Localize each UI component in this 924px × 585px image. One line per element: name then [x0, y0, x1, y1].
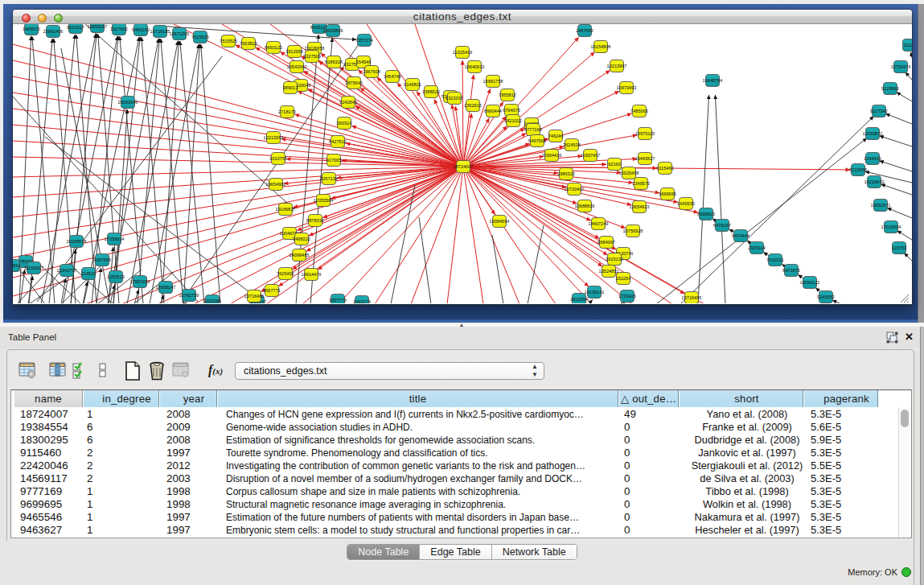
svg-text:114519: 114519 — [81, 271, 96, 276]
svg-text:8267130: 8267130 — [320, 176, 338, 181]
svg-text:10653267: 10653267 — [88, 24, 108, 29]
svg-text:8215958: 8215958 — [849, 167, 867, 172]
svg-text:10543362: 10543362 — [287, 64, 307, 69]
svg-text:116753: 116753 — [892, 245, 906, 250]
svg-text:9327509: 9327509 — [303, 54, 321, 59]
svg-text:9097568: 9097568 — [93, 257, 111, 262]
svg-text:1657779: 1657779 — [329, 298, 347, 303]
svg-text:24099485: 24099485 — [290, 253, 310, 257]
svg-text:6466160: 6466160 — [132, 27, 150, 32]
svg-text:9245052: 9245052 — [817, 295, 835, 299]
svg-text:16958147: 16958147 — [156, 285, 176, 290]
svg-text:19463627: 19463627 — [635, 156, 655, 161]
svg-text:1092584: 1092584 — [203, 299, 221, 303]
svg-text:1349575: 1349575 — [632, 181, 650, 186]
svg-text:1527602: 1527602 — [110, 27, 128, 31]
svg-text:1405572: 1405572 — [23, 27, 40, 31]
svg-text:11124: 11124 — [904, 43, 912, 47]
svg-text:1250513: 1250513 — [107, 274, 125, 279]
svg-text:8878332: 8878332 — [306, 218, 324, 223]
svg-text:8186328: 8186328 — [325, 60, 343, 64]
svg-text:9227342: 9227342 — [870, 109, 888, 113]
svg-text:1640935: 1640935 — [677, 201, 695, 206]
svg-text:7955812: 7955812 — [499, 93, 516, 97]
svg-text:15692971: 15692971 — [871, 203, 891, 208]
svg-text:23226058: 23226058 — [305, 46, 325, 51]
svg-text:2718170: 2718170 — [278, 109, 296, 114]
svg-text:16053809: 16053809 — [323, 28, 343, 33]
svg-text:16640910: 16640910 — [465, 64, 485, 69]
svg-text:17359924: 17359924 — [105, 237, 125, 241]
svg-text:391542: 391542 — [13, 263, 20, 268]
svg-text:15750474: 15750474 — [891, 64, 911, 69]
svg-text:9474444: 9474444 — [732, 233, 749, 238]
svg-text:6479197: 6479197 — [713, 223, 731, 228]
svg-text:417005: 417005 — [326, 158, 342, 163]
svg-text:19654982: 19654982 — [266, 182, 286, 187]
svg-text:9777169: 9777169 — [524, 127, 542, 132]
svg-text:12093872: 12093872 — [863, 131, 883, 136]
svg-text:7515525: 7515525 — [220, 39, 237, 43]
svg-text:62160: 62160 — [608, 162, 621, 167]
svg-text:746246: 746246 — [548, 134, 564, 138]
svg-text:7357274: 7357274 — [355, 38, 373, 43]
svg-text:11325419: 11325419 — [453, 50, 472, 55]
svg-text:10756928: 10756928 — [623, 229, 643, 233]
svg-text:10210643: 10210643 — [864, 179, 885, 184]
svg-text:3875645: 3875645 — [345, 80, 363, 85]
svg-text:7632021: 7632021 — [766, 257, 784, 262]
svg-text:10720407: 10720407 — [565, 187, 585, 192]
svg-text:19384554: 19384554 — [490, 219, 510, 224]
svg-text:989013: 989013 — [283, 85, 298, 90]
svg-text:11156827: 11156827 — [24, 266, 43, 270]
svg-text:2935114: 2935114 — [748, 245, 765, 250]
svg-text:17016504: 17016504 — [881, 225, 901, 229]
svg-text:2967608: 2967608 — [363, 69, 380, 74]
svg-text:10654122: 10654122 — [800, 280, 820, 285]
svg-text:6497563: 6497563 — [528, 138, 546, 143]
svg-text:10688609: 10688609 — [575, 204, 595, 208]
svg-text:16648784: 16648784 — [703, 78, 723, 83]
svg-text:9129966: 9129966 — [881, 86, 899, 91]
svg-text:1821022: 1821022 — [504, 118, 522, 123]
svg-text:13716485: 13716485 — [244, 294, 265, 299]
svg-text:10973493: 10973493 — [617, 85, 637, 90]
svg-text:7485063: 7485063 — [630, 109, 648, 113]
svg-text:10307457: 10307457 — [581, 153, 601, 158]
svg-text:13524851: 13524851 — [599, 269, 619, 274]
svg-text:20991406: 20991406 — [43, 29, 64, 34]
svg-text:13654923: 13654923 — [630, 204, 650, 209]
svg-text:10782759: 10782759 — [179, 293, 199, 298]
svg-text:2487682: 2487682 — [576, 28, 593, 33]
svg-text:1010755: 1010755 — [269, 156, 287, 161]
svg-text:3498222: 3498222 — [293, 237, 310, 241]
svg-text:3624534: 3624534 — [563, 142, 581, 147]
svg-text:12342737: 12342737 — [57, 268, 77, 273]
svg-text:9699695: 9699695 — [659, 192, 676, 196]
svg-text:1812954: 1812954 — [570, 297, 588, 302]
svg-text:20206578: 20206578 — [67, 239, 87, 244]
svg-text:8660123: 8660123 — [265, 45, 282, 50]
svg-text:8427512: 8427512 — [329, 139, 347, 144]
svg-text:260314: 260314 — [337, 121, 352, 126]
svg-text:9115460: 9115460 — [656, 166, 673, 171]
svg-text:7663822: 7663822 — [240, 41, 257, 46]
svg-text:9684067: 9684067 — [598, 240, 615, 245]
svg-text:9242845: 9242845 — [339, 100, 357, 105]
svg-text:17957253: 17957253 — [130, 279, 150, 284]
svg-text:12213967: 12213967 — [607, 64, 627, 68]
svg-text:8471876: 8471876 — [782, 268, 800, 273]
svg-text:7625402: 7625402 — [277, 271, 294, 276]
svg-text:15716485: 15716485 — [682, 295, 702, 300]
svg-text:20053346: 20053346 — [118, 100, 138, 105]
svg-text:1588520: 1588520 — [422, 89, 440, 94]
svg-text:12213363: 12213363 — [264, 135, 284, 140]
svg-text:10719185: 10719185 — [150, 29, 170, 34]
svg-text:8938923: 8938923 — [697, 212, 715, 216]
svg-text:1092174: 1092174 — [353, 299, 371, 303]
svg-text:14136141: 14136141 — [585, 290, 605, 295]
svg-text:19166827: 19166827 — [276, 207, 296, 212]
svg-text:3912954: 3912954 — [285, 49, 303, 54]
svg-text:14914479: 14914479 — [302, 272, 322, 277]
svg-text:9146821: 9146821 — [404, 82, 421, 87]
